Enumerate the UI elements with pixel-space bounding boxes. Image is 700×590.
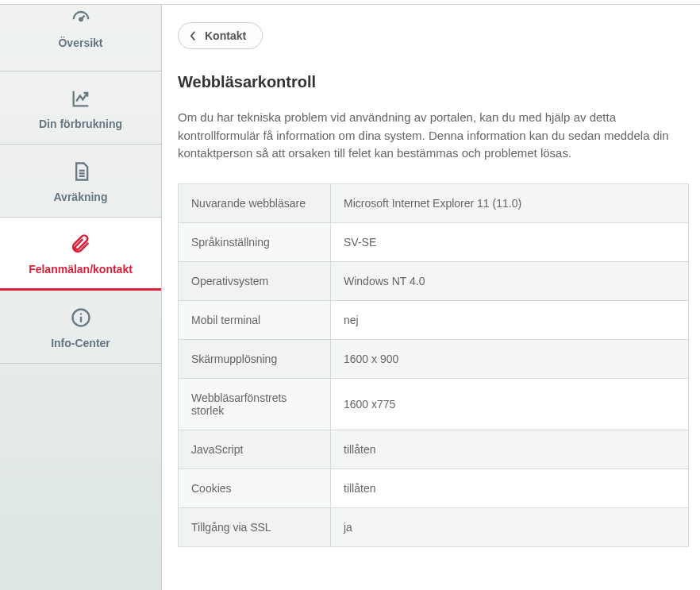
paperclip-icon	[68, 231, 94, 256]
table-row: Skärmupplösning1600 x 900	[179, 339, 689, 378]
row-value: Windows NT 4.0	[331, 261, 689, 300]
gauge-icon	[68, 5, 94, 30]
sidebar-item-label: Felanmälan/kontakt	[29, 263, 133, 276]
row-key: Webbläsarfönstrets storlek	[179, 378, 331, 430]
svg-point-7	[79, 313, 81, 314]
page-description: Om du har tekniska problem vid användnin…	[178, 109, 686, 163]
sidebar-item-label: Avräkning	[54, 191, 108, 203]
main-content: Kontakt Webbläsarkontroll Om du har tekn…	[162, 5, 700, 590]
row-key: Skärmupplösning	[179, 339, 331, 378]
sidebar-item-label: Din förbrukning	[39, 118, 122, 130]
row-value: tillåten	[331, 430, 689, 469]
chevron-left-icon	[190, 30, 197, 41]
table-row: JavaScripttillåten	[179, 430, 689, 469]
page-title: Webbläsarkontroll	[178, 73, 689, 91]
table-row: Nuvarande webbläsareMicrosoft Internet E…	[179, 183, 689, 222]
svg-line-1	[81, 16, 85, 20]
table-row: SpråkinställningSV-SE	[179, 222, 689, 261]
sidebar: Översikt Din förbrukning	[0, 5, 162, 590]
sidebar-item-oversikt[interactable]: Översikt	[0, 5, 161, 71]
row-key: Operativsystem	[179, 261, 331, 300]
table-row: Tillgång via SSLja	[179, 507, 689, 546]
app-container: Översikt Din förbrukning	[0, 5, 700, 590]
row-key: Cookies	[179, 469, 331, 507]
table-row: Mobil terminalnej	[179, 300, 689, 339]
sidebar-item-infocenter[interactable]: Info-Center	[0, 291, 161, 364]
sidebar-item-forbrukning[interactable]: Din förbrukning	[0, 71, 161, 145]
row-value: SV-SE	[331, 222, 689, 261]
row-key: Tillgång via SSL	[179, 507, 331, 546]
sidebar-item-label: Info-Center	[51, 337, 110, 349]
chart-icon	[68, 86, 94, 111]
info-icon	[68, 305, 94, 330]
sidebar-item-felanmalan[interactable]: Felanmälan/kontakt	[0, 218, 161, 291]
row-value: ja	[331, 507, 689, 546]
sidebar-item-label: Översikt	[58, 37, 102, 49]
document-icon	[68, 159, 94, 184]
back-button-label: Kontakt	[205, 29, 246, 42]
table-row: OperativsystemWindows NT 4.0	[179, 261, 689, 300]
table-body: Nuvarande webbläsareMicrosoft Internet E…	[179, 183, 689, 546]
row-value: nej	[331, 300, 689, 339]
row-key: Mobil terminal	[179, 300, 331, 339]
row-value: Microsoft Internet Explorer 11 (11.0)	[331, 183, 689, 222]
row-value: tillåten	[331, 469, 689, 507]
row-key: Språkinställning	[179, 222, 331, 261]
back-button[interactable]: Kontakt	[178, 22, 263, 49]
table-row: Cookiestillåten	[179, 469, 689, 507]
row-value: 1600 x 900	[331, 339, 689, 378]
sidebar-item-avrakning[interactable]: Avräkning	[0, 145, 161, 218]
row-key: Nuvarande webbläsare	[179, 183, 331, 222]
table-row: Webbläsarfönstrets storlek1600 x775	[179, 378, 689, 430]
row-key: JavaScript	[179, 430, 331, 469]
row-value: 1600 x775	[331, 378, 689, 430]
browser-info-table: Nuvarande webbläsareMicrosoft Internet E…	[178, 183, 689, 547]
